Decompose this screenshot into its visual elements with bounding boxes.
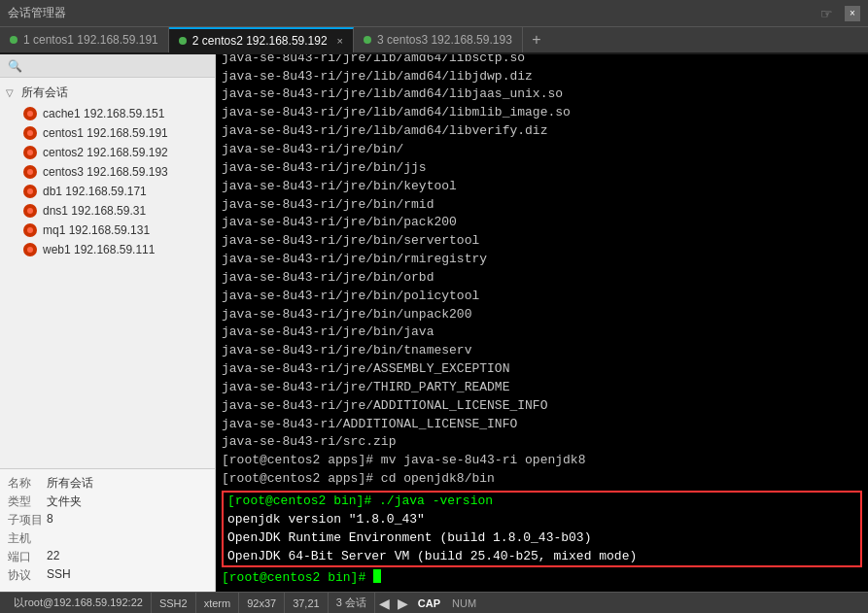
status-xterm: xterm	[196, 593, 240, 613]
terminal-line: java-se-8u43-ri/jre/bin/policytool	[222, 288, 862, 306]
info-row-host: 主机	[8, 530, 207, 547]
terminal-line: java-se-8u43-ri/jre/lib/amd64/libverify.…	[222, 122, 862, 141]
server-icon-cache1	[23, 107, 37, 120]
terminal-line: java-se-8u43-ri/jre/bin/pack200	[222, 214, 862, 232]
sidebar-item-label-centos1: centos1 192.168.59.191	[43, 126, 168, 140]
status-user-host: 以root@192.168.59.192:22	[6, 593, 152, 613]
terminal-prompt-line: [root@centos2 bin]#	[222, 569, 862, 588]
terminal-line: java-se-8u43-ri/jre/bin/tnameserv	[222, 342, 862, 360]
tab-centos1[interactable]: 1 centos1 192.168.59.191	[0, 27, 169, 52]
sidebar: 🔍 ▽ 所有会话 cache1 192.168.59.151 centos1 1…	[0, 54, 216, 592]
status-position: 37,21	[285, 593, 329, 613]
tab-close-2[interactable]: ×	[337, 35, 343, 47]
sidebar-item-label-dns1: dns1 192.168.59.31	[43, 204, 146, 218]
terminal-line: java-se-8u43-ri/jre/bin/jjs	[222, 159, 862, 178]
tab-label-3: 3 centos3 192.168.59.193	[377, 33, 512, 47]
title-bar-controls: ☞ ×	[820, 6, 860, 21]
tab-centos2[interactable]: 2 centos2 192.168.59.192 ×	[169, 27, 354, 52]
terminal-line: java-se-8u43-ri/jre/lib/amd64/libjaas_un…	[222, 85, 862, 104]
terminal-line: java-se-8u43-ri/src.zip	[222, 433, 862, 452]
status-cap: CAP	[412, 597, 446, 609]
info-row-protocol: 协议 SSH	[8, 567, 207, 584]
tab-dot-1	[10, 36, 17, 44]
sidebar-item-centos3[interactable]: centos3 192.168.59.193	[0, 162, 215, 182]
tree-root-all-sessions[interactable]: ▽ 所有会话	[0, 82, 215, 104]
terminal-redbox-line: openjdk version "1.8.0_43"	[224, 511, 860, 529]
terminal-line: java-se-8u43-ri/jre/ASSEMBLY_EXCEPTION	[222, 360, 862, 379]
info-name-value: 所有会话	[47, 475, 93, 492]
terminal-line: java-se-8u43-ri/jre/lib/amd64/libmlib_im…	[222, 104, 862, 122]
tab-dot-3	[364, 36, 371, 44]
terminal-line: java-se-8u43-ri/jre/bin/servertool	[222, 232, 862, 251]
terminal-redbox-line: OpenJDK 64-Bit Server VM (build 25.40-b2…	[224, 548, 860, 566]
info-protocol-value: SSH	[47, 567, 71, 584]
server-icon-db1	[23, 185, 37, 198]
sidebar-item-centos1[interactable]: centos1 192.168.59.191	[0, 123, 215, 143]
info-port-value: 22	[47, 549, 59, 565]
terminal-line: java-se-8u43-ri/ADDITIONAL_LICENSE_INFO	[222, 416, 862, 434]
sidebar-header: 🔍	[0, 54, 215, 78]
nav-left-button[interactable]: ◀	[375, 596, 394, 611]
search-icon: 🔍	[8, 59, 22, 73]
sidebar-item-db1[interactable]: db1 192.168.59.171	[0, 182, 215, 201]
info-row-sub: 子项目 8	[8, 512, 207, 528]
terminal-line: java-se-8u43-ri/jre/lib/amd64/libjdwp.di…	[222, 68, 862, 86]
tab-centos3[interactable]: 3 centos3 192.168.59.193	[354, 27, 523, 52]
server-icon-dns1	[23, 204, 37, 218]
info-row-name: 名称 所有会话	[8, 475, 207, 492]
status-num: NUM	[446, 597, 482, 609]
server-icon-centos3	[23, 165, 37, 179]
sidebar-item-centos2[interactable]: centos2 192.168.59.192	[0, 143, 215, 162]
title-bar: 会话管理器 ☞ ×	[0, 0, 868, 27]
sidebar-item-dns1[interactable]: dns1 192.168.59.31	[0, 201, 215, 221]
tree-root-label: 所有会话	[21, 85, 68, 101]
sidebar-item-mq1[interactable]: mq1 192.168.59.131	[0, 221, 215, 240]
terminal-red-box: [root@centos2 bin]# ./java -versionopenj…	[222, 491, 862, 567]
status-ssh2: SSH2	[152, 593, 196, 613]
terminal-line: java-se-8u43-ri/jre/THIRD_PARTY_README	[222, 379, 862, 397]
terminal-line: [root@centos2 apps]# cd openjdk8/bin	[222, 470, 862, 489]
nav-right-button[interactable]: ▶	[394, 596, 412, 611]
sidebar-item-cache1[interactable]: cache1 192.168.59.151	[0, 104, 215, 123]
sidebar-item-label-mq1: mq1 192.168.59.131	[43, 223, 150, 237]
server-icon-web1	[23, 243, 37, 256]
info-row-type: 类型 文件夹	[8, 494, 207, 510]
terminal-redbox-line: OpenJDK Runtime Environment (build 1.8.0…	[224, 529, 860, 548]
terminal-redbox-line: [root@centos2 bin]# ./java -version	[224, 493, 860, 511]
info-type-label: 类型	[8, 494, 43, 510]
tree-expand-icon: ▽	[6, 87, 17, 98]
sidebar-tree[interactable]: ▽ 所有会话 cache1 192.168.59.151 centos1 192…	[0, 78, 215, 468]
title-bar-text: 会话管理器	[8, 5, 66, 21]
info-port-label: 端口	[8, 549, 43, 565]
info-sub-label: 子项目	[8, 512, 43, 528]
sidebar-info-panel: 名称 所有会话 类型 文件夹 子项目 8 主机 端口 22 协议 SSH	[0, 468, 215, 592]
close-button[interactable]: ×	[845, 6, 860, 21]
terminal-line: java-se-8u43-ri/jre/bin/rmiregistry	[222, 251, 862, 269]
terminal-line: java-se-8u43-ri/jre/bin/orbd	[222, 269, 862, 288]
sidebar-item-web1[interactable]: web1 192.168.59.111	[0, 240, 215, 259]
info-host-label: 主机	[8, 530, 43, 547]
info-protocol-label: 协议	[8, 567, 43, 584]
server-icon-centos1	[23, 126, 37, 140]
add-tab-button[interactable]: +	[523, 27, 550, 52]
terminal-line: java-se-8u43-ri/jre/bin/keytool	[222, 178, 862, 196]
terminal-line: java-se-8u43-ri/jre/bin/java	[222, 324, 862, 342]
sidebar-item-label-centos2: centos2 192.168.59.192	[43, 146, 168, 159]
main-content: 🔍 ▽ 所有会话 cache1 192.168.59.151 centos1 1…	[0, 54, 868, 592]
sidebar-item-label-db1: db1 192.168.59.171	[43, 185, 147, 198]
pin-button[interactable]: ☞	[820, 6, 833, 21]
tab-label-2: 2 centos2 192.168.59.192	[192, 34, 328, 48]
sidebar-item-label-cache1: cache1 192.168.59.151	[43, 107, 164, 120]
terminal-line: java-se-8u43-ri/jre/bin/	[222, 141, 862, 159]
status-bar: 以root@192.168.59.192:22 SSH2 xterm 92x37…	[0, 592, 868, 613]
terminal-line: java-se-8u43-ri/jre/lib/amd64/libsctp.so	[222, 54, 862, 68]
info-type-value: 文件夹	[47, 494, 82, 510]
info-name-label: 名称	[8, 475, 43, 492]
sidebar-item-label-centos3: centos3 192.168.59.193	[43, 165, 168, 179]
info-row-port: 端口 22	[8, 549, 207, 565]
terminal-area[interactable]: java-se-8u43-ri/jre/lib/amd64/libsplashs…	[216, 54, 868, 592]
terminal-line: [root@centos2 apps]# mv java-se-8u43-ri …	[222, 452, 862, 470]
terminal-cursor	[373, 569, 381, 583]
tab-dot-2	[179, 37, 187, 45]
server-icon-mq1	[23, 223, 37, 237]
